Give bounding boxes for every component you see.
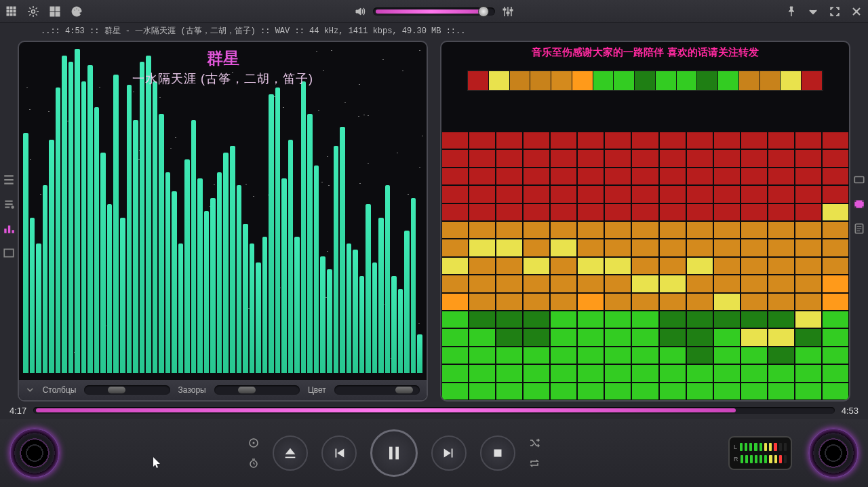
svg-rect-25 (854, 177, 864, 183)
color-slider[interactable] (334, 385, 420, 395)
stop-button[interactable] (480, 435, 515, 471)
track-title: 一水隔天涯 (古筝，二胡，笛子) (19, 71, 427, 87)
rail-list-icon[interactable] (3, 174, 15, 186)
svg-rect-17 (503, 9, 506, 10)
svg-rect-28 (863, 200, 864, 201)
fullscreen-icon[interactable] (829, 5, 841, 18)
transport-bar: L R (0, 419, 868, 487)
svg-point-20 (11, 206, 14, 209)
svg-rect-27 (854, 200, 856, 201)
left-speaker (9, 428, 60, 478)
svg-rect-29 (854, 206, 856, 208)
volume-slider[interactable] (373, 7, 495, 16)
timer-icon[interactable] (248, 458, 259, 469)
columns-label: Столбцы (43, 385, 77, 395)
svg-rect-35 (389, 447, 393, 460)
svg-rect-0 (7, 7, 9, 9)
svg-rect-37 (494, 450, 502, 457)
right-speaker (808, 428, 859, 478)
svg-rect-10 (50, 7, 54, 11)
eject-button[interactable] (273, 435, 308, 471)
play-pause-button[interactable] (370, 429, 418, 477)
chevron-down-icon[interactable] (26, 385, 35, 395)
svg-rect-11 (56, 7, 60, 11)
rail-library-icon[interactable] (3, 247, 15, 259)
gear-icon[interactable] (27, 5, 39, 18)
seek-slider[interactable] (33, 407, 834, 414)
svg-point-33 (253, 442, 255, 444)
rail-playlist-icon[interactable] (3, 198, 15, 210)
gaps-label: Зазоры (178, 385, 206, 395)
svg-point-15 (76, 8, 77, 9)
now-playing-info: ..:: 4:53 :: 群星 - 一水隔天涯 (古筝，二胡，笛子) :: WA… (0, 23, 868, 38)
spectrum-controls: Столбцы Зазоры Цвет (19, 380, 427, 400)
main-area: 群星 一水隔天涯 (古筝，二胡，笛子) Столбцы Зазоры Цвет … (0, 38, 868, 402)
chevron-down-icon[interactable] (807, 5, 819, 18)
svg-rect-30 (863, 206, 864, 208)
svg-rect-2 (14, 7, 16, 9)
speaker-icon[interactable] (354, 5, 366, 18)
svg-rect-36 (395, 447, 399, 460)
svg-point-14 (74, 9, 75, 11)
columns-slider[interactable] (84, 385, 170, 395)
scrolling-text: 音乐至伤感谢大家的一路陪伴 喜欢的话请关注转发 (441, 46, 849, 59)
meter-strip (467, 71, 823, 91)
color-label: Цвет (308, 385, 326, 395)
level-grid (441, 132, 849, 400)
rail-card-icon[interactable] (853, 174, 865, 186)
svg-rect-3 (7, 10, 9, 12)
gaps-slider[interactable] (214, 385, 300, 395)
svg-rect-8 (14, 14, 16, 16)
svg-rect-4 (10, 10, 12, 12)
shuffle-icon[interactable] (529, 437, 540, 448)
equalizer-icon[interactable] (502, 5, 514, 18)
apps-grid-icon[interactable] (5, 5, 18, 18)
svg-rect-21 (4, 229, 6, 233)
svg-rect-18 (507, 12, 509, 14)
next-button[interactable] (431, 435, 467, 471)
svg-point-9 (32, 9, 35, 13)
spectrum-panel: 群星 一水隔天涯 (古筝，二胡，笛子) Столбцы Зазоры Цвет (18, 41, 428, 402)
svg-rect-6 (7, 14, 9, 16)
track-artist: 群星 (19, 47, 427, 69)
spectrum-bars (23, 49, 422, 373)
previous-button[interactable] (321, 435, 357, 471)
mouse-cursor (153, 457, 161, 469)
close-icon[interactable] (850, 5, 863, 18)
rail-film-icon[interactable] (853, 198, 865, 210)
svg-rect-7 (10, 14, 12, 16)
svg-rect-13 (56, 12, 60, 16)
time-total: 4:53 (842, 406, 859, 416)
rail-visualizer-icon[interactable] (3, 222, 15, 235)
cd-icon[interactable] (248, 437, 259, 448)
svg-rect-1 (10, 7, 12, 9)
svg-rect-22 (8, 226, 10, 233)
left-rail (3, 174, 15, 259)
skins-icon[interactable] (49, 5, 61, 18)
svg-rect-24 (4, 249, 14, 256)
title-bar (0, 0, 868, 23)
vu-right: R (734, 455, 787, 463)
progress-row: 4:17 4:53 (0, 402, 868, 419)
svg-rect-12 (50, 12, 54, 16)
palette-icon[interactable] (71, 5, 83, 18)
svg-point-16 (78, 9, 79, 11)
time-elapsed: 4:17 (9, 406, 26, 416)
vu-left: L (734, 443, 787, 451)
level-meter-panel: 音乐至伤感谢大家的一路陪伴 喜欢的话请关注转发 (440, 41, 850, 402)
pin-icon[interactable] (785, 5, 797, 18)
repeat-icon[interactable] (529, 458, 540, 469)
right-rail (853, 174, 865, 235)
svg-rect-23 (12, 230, 14, 233)
vu-meter: L R (728, 436, 792, 470)
svg-rect-19 (510, 9, 513, 11)
rail-doc-icon[interactable] (853, 222, 865, 235)
svg-rect-5 (14, 10, 16, 12)
